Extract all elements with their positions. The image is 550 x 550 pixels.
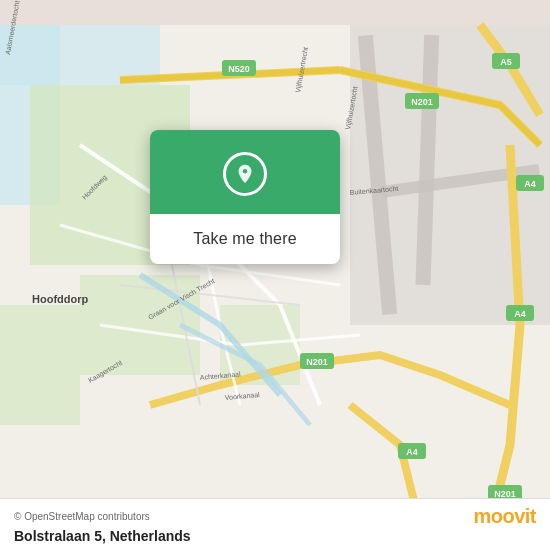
svg-text:A5: A5 (500, 57, 512, 67)
svg-text:N520: N520 (228, 64, 250, 74)
map-container: N520 N201 A5 A4 A4 A4 N201 N201 Hoofddor… (0, 0, 550, 550)
svg-text:A4: A4 (406, 447, 418, 457)
popup-button-area: Take me there (150, 214, 340, 264)
svg-point-38 (243, 169, 248, 174)
popup-card: Take me there (150, 130, 340, 264)
svg-rect-6 (0, 305, 80, 425)
take-me-there-button[interactable]: Take me there (193, 226, 296, 252)
location-pin-icon (223, 152, 267, 196)
svg-text:N201: N201 (306, 357, 328, 367)
svg-text:Hoofddorp: Hoofddorp (32, 293, 88, 305)
map-background: N520 N201 A5 A4 A4 A4 N201 N201 Hoofddor… (0, 0, 550, 550)
svg-text:A4: A4 (514, 309, 526, 319)
footer-bar: © OpenStreetMap contributorsmoovitBolstr… (0, 498, 550, 550)
svg-text:N201: N201 (411, 97, 433, 107)
popup-header (150, 130, 340, 214)
svg-text:A4: A4 (524, 179, 536, 189)
